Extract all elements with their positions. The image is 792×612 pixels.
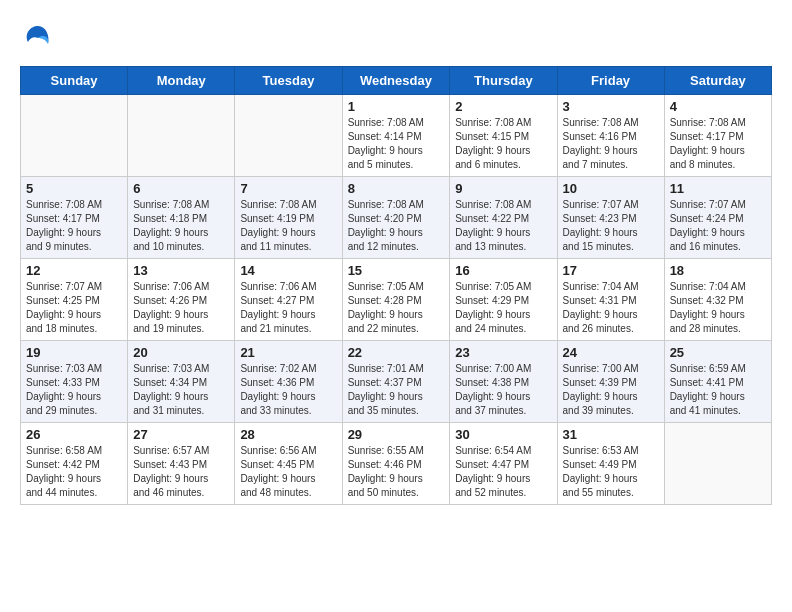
- day-info: Sunrise: 7:08 AM Sunset: 4:20 PM Dayligh…: [348, 198, 445, 254]
- calendar-body: 1Sunrise: 7:08 AM Sunset: 4:14 PM Daylig…: [21, 95, 772, 505]
- day-info: Sunrise: 7:00 AM Sunset: 4:38 PM Dayligh…: [455, 362, 551, 418]
- day-number: 1: [348, 99, 445, 114]
- weekday-header-saturday: Saturday: [664, 67, 771, 95]
- day-number: 10: [563, 181, 659, 196]
- day-number: 13: [133, 263, 229, 278]
- calendar-day-cell: 8Sunrise: 7:08 AM Sunset: 4:20 PM Daylig…: [342, 177, 450, 259]
- day-info: Sunrise: 7:08 AM Sunset: 4:15 PM Dayligh…: [455, 116, 551, 172]
- calendar-day-cell: [128, 95, 235, 177]
- day-number: 27: [133, 427, 229, 442]
- calendar-header: SundayMondayTuesdayWednesdayThursdayFrid…: [21, 67, 772, 95]
- weekday-header-monday: Monday: [128, 67, 235, 95]
- day-number: 8: [348, 181, 445, 196]
- day-number: 20: [133, 345, 229, 360]
- calendar-day-cell: 11Sunrise: 7:07 AM Sunset: 4:24 PM Dayli…: [664, 177, 771, 259]
- calendar-day-cell: 1Sunrise: 7:08 AM Sunset: 4:14 PM Daylig…: [342, 95, 450, 177]
- day-number: 2: [455, 99, 551, 114]
- calendar-day-cell: 21Sunrise: 7:02 AM Sunset: 4:36 PM Dayli…: [235, 341, 342, 423]
- calendar-week-row: 19Sunrise: 7:03 AM Sunset: 4:33 PM Dayli…: [21, 341, 772, 423]
- calendar-day-cell: [21, 95, 128, 177]
- calendar-day-cell: 20Sunrise: 7:03 AM Sunset: 4:34 PM Dayli…: [128, 341, 235, 423]
- calendar-day-cell: 4Sunrise: 7:08 AM Sunset: 4:17 PM Daylig…: [664, 95, 771, 177]
- day-info: Sunrise: 7:05 AM Sunset: 4:29 PM Dayligh…: [455, 280, 551, 336]
- day-number: 7: [240, 181, 336, 196]
- logo-icon: [20, 20, 56, 56]
- calendar-day-cell: 12Sunrise: 7:07 AM Sunset: 4:25 PM Dayli…: [21, 259, 128, 341]
- day-info: Sunrise: 7:08 AM Sunset: 4:22 PM Dayligh…: [455, 198, 551, 254]
- calendar-day-cell: 29Sunrise: 6:55 AM Sunset: 4:46 PM Dayli…: [342, 423, 450, 505]
- weekday-header-row: SundayMondayTuesdayWednesdayThursdayFrid…: [21, 67, 772, 95]
- day-info: Sunrise: 7:06 AM Sunset: 4:27 PM Dayligh…: [240, 280, 336, 336]
- day-info: Sunrise: 7:07 AM Sunset: 4:23 PM Dayligh…: [563, 198, 659, 254]
- day-number: 6: [133, 181, 229, 196]
- calendar-week-row: 12Sunrise: 7:07 AM Sunset: 4:25 PM Dayli…: [21, 259, 772, 341]
- page-header: [20, 20, 772, 56]
- calendar-week-row: 1Sunrise: 7:08 AM Sunset: 4:14 PM Daylig…: [21, 95, 772, 177]
- calendar-day-cell: 22Sunrise: 7:01 AM Sunset: 4:37 PM Dayli…: [342, 341, 450, 423]
- calendar-day-cell: 25Sunrise: 6:59 AM Sunset: 4:41 PM Dayli…: [664, 341, 771, 423]
- calendar-day-cell: 24Sunrise: 7:00 AM Sunset: 4:39 PM Dayli…: [557, 341, 664, 423]
- calendar-day-cell: [235, 95, 342, 177]
- day-info: Sunrise: 7:08 AM Sunset: 4:17 PM Dayligh…: [26, 198, 122, 254]
- day-info: Sunrise: 7:08 AM Sunset: 4:18 PM Dayligh…: [133, 198, 229, 254]
- day-info: Sunrise: 7:08 AM Sunset: 4:16 PM Dayligh…: [563, 116, 659, 172]
- day-info: Sunrise: 6:56 AM Sunset: 4:45 PM Dayligh…: [240, 444, 336, 500]
- logo: [20, 20, 60, 56]
- calendar-day-cell: 2Sunrise: 7:08 AM Sunset: 4:15 PM Daylig…: [450, 95, 557, 177]
- calendar-day-cell: 9Sunrise: 7:08 AM Sunset: 4:22 PM Daylig…: [450, 177, 557, 259]
- day-info: Sunrise: 6:54 AM Sunset: 4:47 PM Dayligh…: [455, 444, 551, 500]
- day-number: 9: [455, 181, 551, 196]
- calendar-day-cell: 13Sunrise: 7:06 AM Sunset: 4:26 PM Dayli…: [128, 259, 235, 341]
- day-number: 21: [240, 345, 336, 360]
- day-number: 19: [26, 345, 122, 360]
- weekday-header-thursday: Thursday: [450, 67, 557, 95]
- day-info: Sunrise: 6:53 AM Sunset: 4:49 PM Dayligh…: [563, 444, 659, 500]
- day-info: Sunrise: 6:57 AM Sunset: 4:43 PM Dayligh…: [133, 444, 229, 500]
- weekday-header-wednesday: Wednesday: [342, 67, 450, 95]
- day-info: Sunrise: 7:08 AM Sunset: 4:17 PM Dayligh…: [670, 116, 766, 172]
- day-number: 26: [26, 427, 122, 442]
- weekday-header-tuesday: Tuesday: [235, 67, 342, 95]
- day-number: 4: [670, 99, 766, 114]
- day-info: Sunrise: 7:07 AM Sunset: 4:25 PM Dayligh…: [26, 280, 122, 336]
- calendar-day-cell: 26Sunrise: 6:58 AM Sunset: 4:42 PM Dayli…: [21, 423, 128, 505]
- day-number: 18: [670, 263, 766, 278]
- day-info: Sunrise: 7:07 AM Sunset: 4:24 PM Dayligh…: [670, 198, 766, 254]
- day-info: Sunrise: 7:02 AM Sunset: 4:36 PM Dayligh…: [240, 362, 336, 418]
- calendar-table: SundayMondayTuesdayWednesdayThursdayFrid…: [20, 66, 772, 505]
- day-number: 16: [455, 263, 551, 278]
- day-info: Sunrise: 7:04 AM Sunset: 4:31 PM Dayligh…: [563, 280, 659, 336]
- day-info: Sunrise: 7:05 AM Sunset: 4:28 PM Dayligh…: [348, 280, 445, 336]
- day-info: Sunrise: 7:01 AM Sunset: 4:37 PM Dayligh…: [348, 362, 445, 418]
- calendar-day-cell: 18Sunrise: 7:04 AM Sunset: 4:32 PM Dayli…: [664, 259, 771, 341]
- calendar-day-cell: 28Sunrise: 6:56 AM Sunset: 4:45 PM Dayli…: [235, 423, 342, 505]
- calendar-day-cell: 3Sunrise: 7:08 AM Sunset: 4:16 PM Daylig…: [557, 95, 664, 177]
- day-info: Sunrise: 6:59 AM Sunset: 4:41 PM Dayligh…: [670, 362, 766, 418]
- day-number: 30: [455, 427, 551, 442]
- calendar-day-cell: 16Sunrise: 7:05 AM Sunset: 4:29 PM Dayli…: [450, 259, 557, 341]
- day-info: Sunrise: 7:04 AM Sunset: 4:32 PM Dayligh…: [670, 280, 766, 336]
- calendar-day-cell: 23Sunrise: 7:00 AM Sunset: 4:38 PM Dayli…: [450, 341, 557, 423]
- calendar-day-cell: 27Sunrise: 6:57 AM Sunset: 4:43 PM Dayli…: [128, 423, 235, 505]
- day-number: 3: [563, 99, 659, 114]
- day-number: 23: [455, 345, 551, 360]
- day-number: 11: [670, 181, 766, 196]
- day-info: Sunrise: 6:58 AM Sunset: 4:42 PM Dayligh…: [26, 444, 122, 500]
- day-number: 31: [563, 427, 659, 442]
- calendar-day-cell: 6Sunrise: 7:08 AM Sunset: 4:18 PM Daylig…: [128, 177, 235, 259]
- calendar-day-cell: 10Sunrise: 7:07 AM Sunset: 4:23 PM Dayli…: [557, 177, 664, 259]
- calendar-day-cell: 14Sunrise: 7:06 AM Sunset: 4:27 PM Dayli…: [235, 259, 342, 341]
- day-info: Sunrise: 7:03 AM Sunset: 4:33 PM Dayligh…: [26, 362, 122, 418]
- day-number: 25: [670, 345, 766, 360]
- day-number: 12: [26, 263, 122, 278]
- calendar-day-cell: 31Sunrise: 6:53 AM Sunset: 4:49 PM Dayli…: [557, 423, 664, 505]
- day-number: 15: [348, 263, 445, 278]
- day-info: Sunrise: 7:08 AM Sunset: 4:14 PM Dayligh…: [348, 116, 445, 172]
- day-info: Sunrise: 7:08 AM Sunset: 4:19 PM Dayligh…: [240, 198, 336, 254]
- calendar-week-row: 5Sunrise: 7:08 AM Sunset: 4:17 PM Daylig…: [21, 177, 772, 259]
- day-number: 28: [240, 427, 336, 442]
- day-info: Sunrise: 7:00 AM Sunset: 4:39 PM Dayligh…: [563, 362, 659, 418]
- day-info: Sunrise: 7:03 AM Sunset: 4:34 PM Dayligh…: [133, 362, 229, 418]
- day-number: 24: [563, 345, 659, 360]
- day-number: 17: [563, 263, 659, 278]
